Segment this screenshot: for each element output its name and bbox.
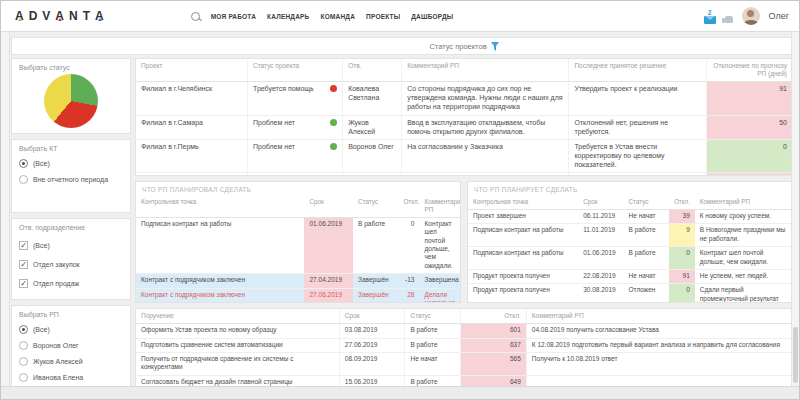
order-deviation: 565: [461, 353, 527, 376]
milestone-status: В работе: [624, 247, 669, 270]
milestone-row[interactable]: Контракт с подрядчиком заключен27.06.201…: [136, 288, 460, 303]
project-row[interactable]: Филиал в г.СамараПроблем нетЖуков Алексе…: [136, 115, 792, 139]
order-task: Получить от подрядчиков сравнение их сис…: [136, 353, 339, 376]
status-wrap: Проблем нет: [253, 142, 337, 151]
milestone-row[interactable]: Продукт проекта получен30.08.2019Отложен…: [468, 284, 792, 303]
checkbox-option[interactable]: ✓Отдел продаж: [19, 279, 123, 288]
radio-control[interactable]: [19, 357, 28, 366]
order-row[interactable]: Оформить Устав проекта по новому образцу…: [136, 324, 792, 338]
radio-option[interactable]: (Все): [19, 159, 123, 168]
radio-control[interactable]: [19, 159, 28, 168]
radio-control[interactable]: [19, 325, 28, 334]
milestone-status: В работе: [353, 217, 398, 274]
logo-letter: A: [15, 9, 24, 23]
main-content: ПроектСтатус проектаОтв.Комментарий РППо…: [135, 58, 793, 389]
radio-option[interactable]: (Все): [19, 325, 123, 334]
search-icon[interactable]: [191, 12, 200, 21]
radio-control[interactable]: [19, 373, 28, 382]
advanta-logo[interactable]: ADVANTA: [15, 9, 109, 23]
panel-title: Отв. подразделение: [19, 224, 123, 231]
left-splitter[interactable]: [1, 32, 10, 387]
checkbox-control[interactable]: ✓: [19, 279, 28, 288]
future-milestones-table: Контрольная точкаСрокСтатусОткл.Коммента…: [468, 195, 792, 303]
column-header: Контрольная точка: [136, 195, 304, 217]
milestone-comment: Завершена: [419, 274, 460, 288]
order-row[interactable]: Получить от подрядчиков сравнение их сис…: [136, 353, 792, 376]
milestone-row[interactable]: Продукт проекта получен22.08.2019Не нача…: [468, 270, 792, 284]
scrollbar-thumb[interactable]: [793, 327, 798, 383]
milestone-deviation: 9: [669, 224, 695, 247]
milestone-comment: Не успеем, нет людей.: [695, 270, 792, 284]
projects-table-card: ПроектСтатус проектаОтв.Комментарий РППо…: [135, 58, 793, 176]
mail-icon[interactable]: [704, 16, 716, 24]
rp-comment: Ввод в эксплуатацию откладываем, чтобы п…: [402, 115, 569, 139]
milestone-comment: Контракт шел почтой дольше, чем ожидали.: [695, 247, 792, 270]
project-name: Филиал в г.Самара: [136, 115, 248, 139]
panel-title: Выбрать КТ: [19, 145, 123, 152]
order-task: Оформить Устав проекта по новому образцу: [136, 324, 339, 338]
projects-table: ПроектСтатус проектаОтв.Комментарий РППо…: [136, 59, 792, 176]
checkbox-control[interactable]: ✓: [19, 241, 28, 250]
footer-bar: [1, 386, 799, 399]
order-status: В работе: [405, 338, 461, 352]
milestone-row[interactable]: Подписан контракт на работы01.06.2019В р…: [468, 247, 792, 270]
user-name[interactable]: Олег: [769, 11, 789, 21]
deviation-value: 0: [707, 139, 792, 172]
status-pie-chart[interactable]: [44, 74, 98, 128]
milestone-name: Проект завершен: [468, 209, 578, 223]
option-label: (Все): [33, 242, 50, 249]
nav-item[interactable]: ПРОЕКТЫ: [366, 13, 400, 20]
milestone-row[interactable]: Подписан контракт на работы11.01.2019В р…: [468, 224, 792, 247]
avatar[interactable]: [742, 7, 760, 25]
rp-comment: Со стороны подрядчика до сих пор не утве…: [402, 82, 569, 115]
department-filter-panel: Отв. подразделение ✓(Все)✓Отдел закупок✓…: [11, 218, 131, 300]
header-actions: 2 Олег: [704, 7, 791, 25]
order-status: В работе: [405, 324, 461, 338]
vertical-scrollbar[interactable]: [791, 32, 799, 387]
checkbox-control[interactable]: ✓: [19, 260, 28, 269]
radio-option[interactable]: Вне отчетного периода: [19, 175, 123, 184]
column-header: Срок: [339, 309, 405, 324]
nav-item[interactable]: КОМАНДА: [321, 13, 356, 20]
milestone-comment: Делали несколько новых приложений.: [419, 288, 460, 303]
checkbox-option[interactable]: ✓Отдел закупок: [19, 260, 123, 269]
radio-control[interactable]: [19, 175, 28, 184]
option-label: Иванова Елена: [33, 374, 83, 381]
thumbs-up-icon[interactable]: [725, 16, 733, 23]
nav-item[interactable]: КАЛЕНДАРЬ: [267, 13, 309, 20]
filter-icon[interactable]: [491, 42, 499, 51]
milestone-status: В работе: [624, 224, 669, 247]
milestone-comment: К новому сроку успеем.: [695, 209, 792, 223]
logo-letter: T: [83, 9, 90, 23]
milestone-deviation: 28: [398, 288, 419, 303]
milestone-row[interactable]: Контракт с подрядчиком заключен27.04.201…: [136, 274, 460, 288]
order-row[interactable]: Подготовить сравнение систем автоматизац…: [136, 338, 792, 352]
milestone-row[interactable]: Проект завершен06.11.2019Не начат39К нов…: [468, 209, 792, 223]
project-owner: Воронов Олег: [343, 139, 402, 172]
project-row[interactable]: Обновление корпоративного сайтаТребуется…: [136, 173, 792, 177]
rp-comment: На согласовании у Заказчика: [402, 139, 569, 172]
notifications[interactable]: 2: [704, 9, 716, 24]
milestone-deviation: 0: [398, 217, 419, 274]
project-row[interactable]: Филиал в г.ПермьПроблем нетВоронов ОлегН…: [136, 139, 792, 172]
radio-option[interactable]: Жуков Алексей: [19, 357, 123, 366]
project-row[interactable]: Филиал в г.ЧелябинскТребуется помощьКова…: [136, 82, 792, 115]
option-label: Вне отчетного периода: [33, 176, 108, 183]
column-header: Срок: [578, 195, 623, 209]
title-bar-center: Статус проектов: [136, 42, 792, 51]
column-header: Срок: [304, 195, 353, 217]
radio-option[interactable]: Иванова Елена: [19, 373, 123, 382]
radio-control[interactable]: [19, 341, 28, 350]
milestone-row[interactable]: Подписан контракт на работы01.06.2019В р…: [136, 217, 460, 274]
radio-option[interactable]: Воронов Олег: [19, 341, 123, 350]
checkbox-option[interactable]: ✓(Все): [19, 241, 123, 250]
project-status: Требуется помощь: [248, 82, 343, 115]
nav-item[interactable]: ДАШБОРДЫ: [411, 13, 453, 20]
milestone-status: Не начат: [624, 270, 669, 284]
project-owner: Иванова Елена: [343, 173, 402, 177]
status-dot-icon: [330, 85, 337, 92]
nav-item[interactable]: МОЯ РАБОТА: [211, 13, 256, 20]
plans-table-card: ЧТО РП ПЛАНИРУЕТ СДЕЛАТЬ Контрольная точ…: [467, 181, 793, 303]
page-title: Статус проектов: [429, 42, 486, 51]
status-dot-icon: [330, 119, 337, 126]
